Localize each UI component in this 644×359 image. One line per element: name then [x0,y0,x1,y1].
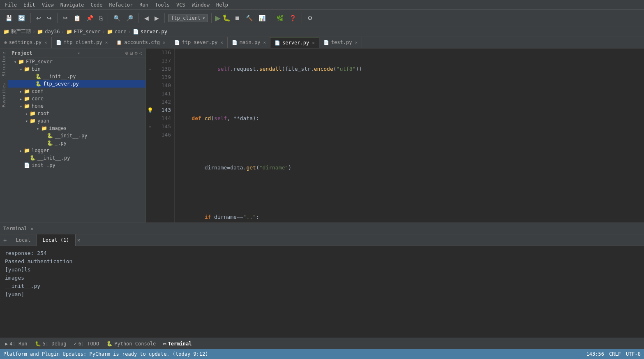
breadcrumb-day36[interactable]: day36 [45,29,60,35]
terminal-tool-button[interactable]: ▭ Terminal [160,340,195,347]
terminal-content[interactable]: response: 254 Passed authentication [yua… [0,246,644,338]
project-selector[interactable]: ftp_client ▾ [168,14,208,22]
tree-item-core[interactable]: ▸ 📁 core [8,95,145,102]
coverage-button[interactable]: 📊 [256,14,268,23]
vcs-button[interactable]: 🌿 [275,14,286,23]
tab-close-ftp-client[interactable]: × [105,40,108,45]
synchronize-button[interactable]: 🔄 [16,14,27,23]
tree-item-py2[interactable]: 🐍 _.py [8,139,145,147]
tab-test-py[interactable]: 📄 test.py × [319,37,362,48]
tree-item-ftp-sever[interactable]: ▾ 📁 FTP_sever [8,58,145,65]
tree-item-init-bin[interactable]: 🐍 __init__.py [8,73,145,80]
menu-run[interactable]: Run [136,1,152,9]
favorites-tab[interactable]: Favorites [0,80,8,111]
tree-item-init-root[interactable]: 🐍 __init__.py [8,154,145,162]
tree-item-home[interactable]: ▾ 📁 home [8,102,145,110]
menu-tools[interactable]: Tools [152,1,173,9]
tab-close-server[interactable]: × [312,40,315,46]
run-tool-button[interactable]: ▶ 4: Run [2,340,31,347]
tab-close-test[interactable]: × [355,40,358,45]
menu-edit[interactable]: Edit [20,1,39,9]
stop-button[interactable]: ⏹ [232,14,242,23]
breadcrumb-ftp-sever[interactable]: FTP_sever [74,29,101,35]
cut-button[interactable]: ✂ [61,14,70,23]
lightbulb-143[interactable]: 💡 [147,107,153,113]
forward-button[interactable]: ▶ [152,14,161,23]
tree-item-init-txt[interactable]: 📄 init_.py [8,162,145,169]
tab-close-accounts[interactable]: × [163,40,166,45]
find-button[interactable]: 🔍 [111,14,122,23]
tree-item-conf[interactable]: ▸ 📁 conf [8,88,145,95]
tab-close-settings[interactable]: × [44,40,47,45]
tree-arrow-home: ▾ [18,104,24,109]
tree-item-bin[interactable]: ▾ 📁 bin [8,65,145,73]
breadcrumb-server-py[interactable]: server.py [141,29,167,35]
menu-navigate[interactable]: Navigate [57,1,88,9]
fold-145[interactable]: ▾ [149,125,151,129]
paste-button[interactable]: 📌 [84,14,95,23]
status-left: Platform and Plugin Updates: PyCharm is … [3,351,208,357]
menu-vcs[interactable]: VCS [173,1,189,9]
copy2-button[interactable]: ⎘ [97,14,104,23]
build-button[interactable]: 🔨 [244,14,255,23]
bottom-tab-local[interactable]: Local [10,234,37,246]
sidebar-hide-icon[interactable]: ◁ [139,50,142,56]
code-area[interactable]: ▾ 💡 ▾ 136 137 138 139 [146,49,644,222]
menu-help[interactable]: Help [213,1,231,9]
bottom-tab-local-1[interactable]: Local (1) [37,234,76,246]
sidebar-settings-icon[interactable]: ⚙ [135,50,138,56]
tree-item-yuan[interactable]: ▾ 📁 yuan [8,117,145,125]
python-console-tool-button[interactable]: 🐍 Python Console [103,340,159,347]
debug-button[interactable]: 🐛 [222,14,231,22]
bottom-panel-close-button[interactable]: ✕ [30,225,34,232]
breadcrumb-root[interactable]: 脱产三期 [11,28,31,35]
tab-settings-py[interactable]: ⚙ settings.py × [0,37,52,48]
tab-close-main[interactable]: × [263,40,266,45]
tree-label-bin: bin [32,66,41,72]
redo-button[interactable]: ↪ [45,14,54,23]
tree-item-root[interactable]: ▸ 📁 root [8,110,145,117]
menu-refactor[interactable]: Refactor [106,1,136,9]
status-position[interactable]: 143:56 [586,351,604,357]
tab-ftp-sever-py[interactable]: 📄 ftp_sever.py × [170,37,228,48]
fold-138[interactable]: ▾ [149,67,151,72]
linenum-141: 141 [157,90,171,98]
tab-server-py[interactable]: 📄 server.py × [270,37,319,48]
add-terminal-button[interactable]: + [0,235,10,245]
undo-button[interactable]: ↩ [34,14,43,23]
tab-main-py[interactable]: 📄 main.py × [228,37,270,48]
structure-tab[interactable]: Structure [0,49,8,80]
help-button[interactable]: ❓ [287,14,298,23]
menu-file[interactable]: File [2,1,20,9]
sidebar-locate-icon[interactable]: ⊕ [125,50,128,56]
status-encoding[interactable]: UTF-8 [626,351,641,357]
tab-close-ftp-sever[interactable]: × [220,40,223,45]
tree-item-images[interactable]: ▸ 📁 images [8,125,145,132]
code-content[interactable]: self.request.sendall(file_str.encode("ut… [175,49,644,222]
run-button[interactable]: ▶ [215,14,221,23]
breadcrumb-core[interactable]: core [115,29,127,35]
save-button[interactable]: 💾 [3,14,14,23]
sidebar-dropdown[interactable]: ▾ [78,51,81,56]
menu-window[interactable]: Window [189,1,213,9]
settings-button[interactable]: ⚙ [305,14,315,23]
back-button[interactable]: ◀ [142,14,151,23]
debug-tool-button[interactable]: 🐛 5: Debug [32,340,70,347]
copy-button[interactable]: 📋 [72,14,83,23]
tab-accounts-cfg[interactable]: 📋 accounts.cfg × [112,37,170,48]
sidebar-header: Project ▾ ⊕ ⊟ ⚙ ◁ [8,49,145,58]
bottom-panel-x[interactable]: ✕ [77,237,81,243]
bottom-panel: Terminal ✕ + Local Local (1) ✕ response:… [0,222,644,338]
tab-ftp-client-py[interactable]: 📄 ftp_client.py × [52,37,113,48]
tree-item-init-yuan[interactable]: 🐍 __init__.py [8,132,145,139]
sidebar-collapse-icon[interactable]: ⊟ [130,50,133,56]
replace-button[interactable]: 🔎 [124,14,135,23]
toolbar-separator-5 [164,13,165,23]
menu-code[interactable]: Code [88,1,106,9]
tree-item-logger[interactable]: ▸ 📁 logger [8,147,145,154]
todo-tool-button[interactable]: ✓ 6: TODO [70,340,102,347]
menu-view[interactable]: View [39,1,57,9]
tree-item-ftp-sever-py[interactable]: 🐍 ftp_sever.py [8,80,145,88]
tree-label-images: images [49,125,67,131]
status-line-ending[interactable]: CRLF [609,351,621,357]
